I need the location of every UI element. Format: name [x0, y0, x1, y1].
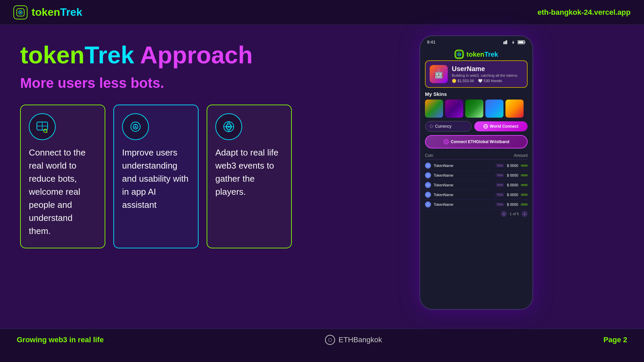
- left-panel: tokenTrek Approach More users less bots.…: [0, 25, 309, 328]
- svg-line-7: [46, 132, 47, 133]
- topbar: tokenTrek eth-bangkok-24.vercel.app: [0, 0, 644, 25]
- card-1-text: Connect to the real world to reduce bots…: [29, 146, 97, 238]
- phone-logo-text: tokenTrek: [467, 51, 498, 58]
- topbar-url: eth-bangkok-24.vercel.app: [537, 8, 631, 17]
- svg-rect-21: [525, 42, 525, 43]
- bottombar: Growing web3 in real life ⬡ ETHBangkok P…: [0, 328, 644, 350]
- profile-friends: 🤍 530 friends: [478, 79, 502, 83]
- coin-table-header: Coin Amount: [425, 152, 528, 160]
- profile-avatar: 🤖: [430, 65, 448, 83]
- footer-center: ⬡ ETHBangkok: [325, 335, 382, 345]
- profile-info: UserName Building in web3, catching all …: [452, 65, 518, 83]
- phone-time: 9:41: [427, 40, 435, 45]
- coin-row-3: ⬡ TokenName TKN $ 0000 0000: [425, 180, 528, 190]
- eth-icon-4: ⬡: [425, 192, 431, 198]
- card-3: Adapt to real life web3 events to gather…: [207, 105, 292, 248]
- skins-title: My Skins: [425, 91, 528, 97]
- card-2-icon: [122, 113, 149, 140]
- svg-rect-20: [518, 41, 524, 43]
- phone-header: tokenTrek: [420, 46, 532, 60]
- page-next-btn[interactable]: ›: [522, 211, 528, 217]
- skin-3: [465, 100, 483, 118]
- logo-icon-box: [13, 5, 28, 19]
- profile-stats: 🪙 $1,553.06 🤍 530 friends: [452, 79, 518, 83]
- cards-row: Connect to the real world to reduce bots…: [20, 105, 292, 248]
- action-buttons: Currency World Connect: [425, 121, 528, 132]
- svg-point-14: [228, 126, 230, 128]
- right-panel: 9:41 tokenTrek: [309, 25, 644, 328]
- eth-bangkok-icon: ⬡: [325, 335, 335, 345]
- svg-point-18: [513, 42, 514, 44]
- card-2: Improve users understanding and usabilit…: [113, 105, 199, 248]
- eth-wristband-button[interactable]: Connect ETHGlobal Wristband: [425, 135, 528, 148]
- profile-username: UserName: [452, 65, 518, 73]
- main-content: tokenTrek Approach More users less bots.…: [0, 25, 644, 328]
- phone-mockup: 9:41 tokenTrek: [419, 35, 533, 310]
- pagination-text: 1 of 5: [509, 212, 519, 216]
- svg-rect-17: [506, 40, 507, 44]
- phone-logo-icon: [454, 50, 464, 59]
- main-title: tokenTrek Approach: [20, 42, 292, 68]
- card-2-text: Improve users understanding and usabilit…: [122, 146, 190, 212]
- skin-4: [485, 100, 503, 118]
- footer-right: Page 2: [603, 336, 627, 344]
- pagination-row: ‹ 1 of 5 ›: [425, 209, 528, 218]
- footer-left: Growing web3 in real life: [17, 336, 104, 344]
- svg-rect-16: [505, 41, 506, 44]
- svg-rect-15: [503, 42, 504, 44]
- eth-icon-3: ⬡: [425, 182, 431, 188]
- phone-status-bar: 9:41: [420, 36, 532, 46]
- coin-table: Coin Amount ⬡ TokenName TKN $ 0000 0000 …: [425, 152, 528, 306]
- svg-point-2: [20, 12, 21, 13]
- skins-section: My Skins: [425, 91, 528, 118]
- eth-icon-5: ⬡: [425, 201, 431, 207]
- skin-5: [505, 100, 524, 118]
- profile-balance: 🪙 $1,553.06: [452, 79, 474, 83]
- card-1: Connect to the real world to reduce bots…: [20, 105, 105, 248]
- profile-card: 🤖 UserName Building in web3, catching al…: [425, 60, 528, 88]
- profile-tagline: Building in web3, catching all the token…: [452, 73, 518, 77]
- coin-row-4: ⬡ TokenName TKN $ 0000 0000: [425, 190, 528, 200]
- world-connect-button[interactable]: World Connect: [474, 121, 528, 131]
- eth-icon-1: ⬡: [425, 163, 431, 169]
- phone-content: 🤖 UserName Building in web3, catching al…: [420, 60, 532, 309]
- coin-row-1: ⬡ TokenName TKN $ 0000 0000: [425, 161, 528, 171]
- currency-button[interactable]: Currency: [425, 121, 472, 132]
- footer-center-text: ETHBangkok: [338, 336, 382, 344]
- svg-point-24: [459, 54, 460, 55]
- eth-icon-2: ⬡: [425, 172, 431, 178]
- card-3-icon: [215, 113, 242, 140]
- card-3-text: Adapt to real life web3 events to gather…: [215, 146, 283, 198]
- logo-area: tokenTrek: [13, 5, 82, 19]
- skin-2: [445, 100, 463, 118]
- card-1-icon: [29, 113, 56, 140]
- skins-row: [425, 100, 528, 118]
- coin-row-5: ⬡ TokenName TKN $ 0000 0000: [425, 200, 528, 209]
- logo-text: tokenTrek: [32, 6, 82, 18]
- page-prev-btn[interactable]: ‹: [501, 211, 507, 217]
- coin-row-2: ⬡ TokenName TKN $ 0000 0000: [425, 171, 528, 180]
- subtitle: More users less bots.: [20, 75, 292, 91]
- skin-1: [425, 100, 443, 118]
- phone-status-icons: [503, 40, 526, 44]
